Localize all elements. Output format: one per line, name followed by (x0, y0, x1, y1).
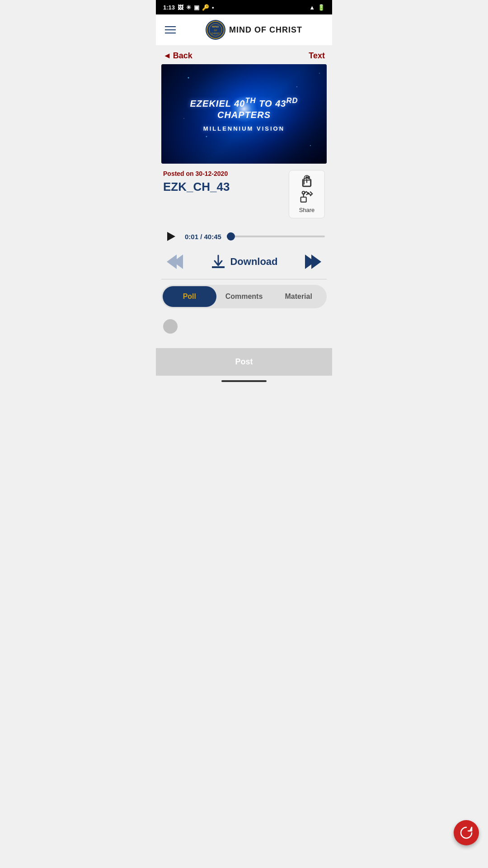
download-label: Download (230, 256, 277, 268)
post-label: Post (235, 357, 253, 366)
logo-svg: MIND OF CHRIST (206, 21, 225, 39)
download-icon (210, 254, 226, 270)
time-display: 0:01 / 40:45 (185, 233, 221, 241)
wifi-icon: ▲ (309, 4, 315, 11)
status-right: ▲ 🔋 (309, 4, 325, 11)
svg-text:OF: OF (214, 29, 217, 32)
series-subtitle: MILLENNIUM VISION (190, 125, 298, 132)
svg-point-10 (310, 145, 311, 146)
poll-option-1 (163, 319, 325, 334)
forward-icon-right (311, 255, 321, 269)
share-label: Share (299, 207, 315, 213)
header-logo-area: MIND OF CHRIST MIND OF CHRIST (183, 20, 325, 40)
radio-button-1[interactable] (163, 319, 178, 334)
app-title: MIND OF CHRIST (229, 25, 302, 35)
series-title-line1: EZEKIEL 40TH TO 43RD (190, 96, 298, 109)
progress-thumb[interactable] (227, 232, 235, 241)
app-header: MIND OF CHRIST MIND OF CHRIST (156, 14, 332, 46)
status-bar: 1:13 🖼 ✳ ▣ 🔑 • ▲ 🔋 (156, 0, 332, 14)
battery-icon: 🔋 (318, 4, 325, 11)
svg-point-6 (296, 86, 297, 87)
home-indicator (221, 380, 267, 382)
post-title: EZK_CH_43 (163, 180, 289, 194)
svg-point-8 (319, 73, 320, 74)
tab-material-label: Material (285, 292, 312, 300)
back-label: Back (173, 51, 192, 61)
tab-poll-label: Poll (183, 292, 196, 300)
menu-button[interactable] (163, 24, 178, 35)
tab-comments[interactable]: Comments (217, 286, 271, 307)
audio-player: 0:01 / 40:45 (156, 221, 332, 248)
progress-bar-container[interactable] (227, 236, 325, 237)
status-time: 1:13 (163, 4, 175, 11)
share-icon-main (299, 189, 314, 205)
nav-bar: ◄ Back Text (156, 46, 332, 64)
share-icon (300, 175, 313, 188)
download-button[interactable]: Download (210, 254, 277, 270)
svg-text:CHRIST: CHRIST (211, 32, 220, 35)
tab-poll[interactable]: Poll (163, 286, 216, 307)
post-info: Posted on 30-12-2020 EZK_CH_43 Share (156, 164, 332, 221)
post-button[interactable]: Post (156, 348, 332, 376)
square-icon: ▣ (194, 4, 199, 11)
video-thumbnail[interactable]: EZEKIEL 40TH TO 43RD CHAPTERS MILLENNIUM… (161, 64, 327, 164)
share-button[interactable]: Share (289, 170, 325, 218)
play-icon (167, 232, 175, 241)
rewind-icon-right (173, 255, 183, 269)
key-icon: 🔑 (202, 4, 209, 11)
section-divider (161, 279, 327, 279)
text-button[interactable]: Text (309, 51, 325, 61)
status-left: 1:13 🖼 ✳ ▣ 🔑 • (163, 4, 214, 11)
forward-button[interactable] (305, 255, 321, 269)
media-controls: Download (156, 248, 332, 279)
poll-content (156, 314, 332, 344)
post-details: Posted on 30-12-2020 EZK_CH_43 (163, 170, 289, 194)
svg-point-11 (183, 118, 184, 119)
series-title-line2: CHAPTERS (190, 109, 298, 121)
svg-rect-14 (301, 197, 306, 202)
back-button[interactable]: ◄ Back (163, 51, 192, 61)
bottom-bar (156, 376, 332, 387)
post-date: Posted on 30-12-2020 (163, 170, 289, 177)
svg-point-9 (206, 136, 207, 137)
progress-track[interactable] (227, 236, 325, 237)
app-logo: MIND OF CHRIST (206, 20, 225, 40)
photo-icon: 🖼 (178, 4, 183, 11)
tab-material[interactable]: Material (272, 286, 325, 307)
thumbnail-text: EZEKIEL 40TH TO 43RD CHAPTERS MILLENNIUM… (190, 96, 298, 132)
svg-text:MIND: MIND (212, 25, 219, 28)
svg-point-5 (188, 77, 189, 79)
rewind-button[interactable] (167, 255, 183, 269)
tab-comments-label: Comments (225, 292, 263, 300)
back-chevron-icon: ◄ (163, 51, 171, 61)
dot-icon: • (212, 4, 214, 11)
main-content: ◄ Back Text EZEKIEL 40TH TO 43RD CHAPTER… (156, 46, 332, 376)
fan-icon: ✳ (186, 4, 191, 11)
tabs-bar: Poll Comments Material (161, 285, 327, 308)
text-label: Text (309, 51, 325, 60)
play-button[interactable] (163, 228, 179, 245)
